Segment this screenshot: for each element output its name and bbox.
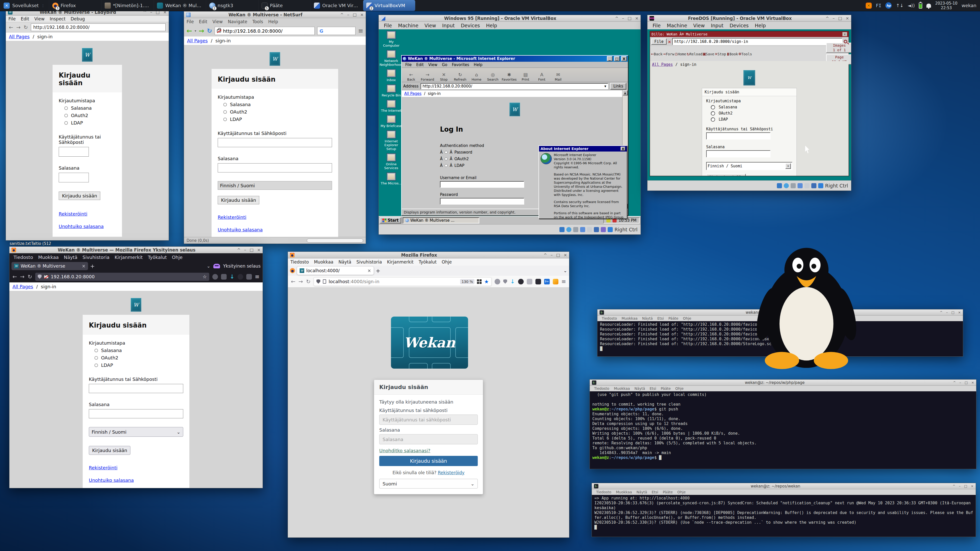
menu-item[interactable]: View [210,19,225,25]
desktop-icon-taltio[interactable]: Taltio (512 [31,241,51,246]
notification-bell-icon[interactable] [926,3,931,8]
menu-item[interactable]: Edit [414,62,426,67]
radio-oauth2[interactable] [64,114,68,118]
password-input[interactable] [59,173,89,183]
toolbar-button[interactable]: ▤Print [517,72,533,81]
radio-ldap[interactable] [64,121,68,125]
maximize-button[interactable]: □ [628,16,632,21]
close-button[interactable]: × [360,12,364,17]
url-input[interactable]: http://192.168.0.20:8000/ [215,27,315,35]
radio-oauth2[interactable] [711,111,715,116]
breadcrumb-all-pages-link[interactable]: All Pages [13,284,33,289]
close-button[interactable]: × [971,381,974,384]
minimize-button[interactable]: _ [607,56,612,61]
toolbar-button[interactable]: AFont [534,72,550,81]
back-icon[interactable]: ← [291,279,296,285]
username-input[interactable]: Käyttäjätunnus tai sähköposti [379,414,478,425]
radio-password[interactable] [445,151,448,154]
menu-item[interactable]: Sivuhistoria [354,259,385,265]
close-button[interactable]: x [842,32,847,36]
menu-item[interactable]: File [650,22,663,29]
toolbar-button[interactable]: ⌂Home [469,72,484,81]
breadcrumb-all-pages-link[interactable]: All Pages [187,38,208,43]
minimize-button[interactable]: – [550,252,552,257]
shade-button[interactable]: ^ [940,310,942,314]
forgot-password-link[interactable]: Unohditko salasanasi? [379,448,430,453]
menu-item[interactable]: Help [484,22,500,29]
shield-extension-icon[interactable] [221,274,227,279]
shade-button[interactable]: ^ [544,252,547,257]
highlighter-extension-icon[interactable] [553,279,558,284]
extension-icon[interactable] [238,274,243,279]
url-input[interactable]: http://192.168.0.20:8000/ [31,24,165,31]
vbox-titlebar[interactable]: DOS FreeDOS [Running] - Oracle VM Virtua… [648,15,851,22]
taskbar-ie-button[interactable]: WeKan ® Multiverse ... [403,218,479,224]
close-button[interactable]: × [257,248,261,252]
shield-extension-icon[interactable] [503,279,507,284]
menu-item[interactable]: Help [472,62,484,67]
hamburger-menu-icon[interactable]: ≡ [562,278,566,285]
taskbar-window-button[interactable]: nsgtk32 [206,0,258,11]
menu-item[interactable]: Ohje [673,386,686,391]
scroll-up-icon[interactable]: ▲ [623,90,628,95]
select-dropdown-icon[interactable]: ▾ [785,163,791,169]
taskbar-window-button[interactable]: WeKan ® Multiverse - L... [154,0,206,11]
radio-ldap[interactable] [223,118,227,121]
radio-oauth2[interactable] [223,110,227,114]
password-input[interactable] [218,163,332,172]
menu-item[interactable]: Input [708,22,726,29]
maximize-button[interactable]: □ [556,252,560,257]
minimize-button[interactable]: – [622,16,624,21]
signin-button[interactable]: Kirjaudu sisään [89,446,130,455]
puzzle-extension-icon[interactable] [535,279,541,284]
menu-item[interactable]: Debug [68,16,88,22]
menu-item[interactable]: Machine [396,22,421,29]
register-link[interactable]: Rekisteröinti [59,211,116,217]
reload-icon[interactable]: ↻ [207,27,212,35]
menu-item[interactable]: Pääte [659,386,673,391]
address-input[interactable]: http://192.168.0.20:8000/▾ [421,83,608,89]
menu-item[interactable]: Etsi [648,386,659,391]
menu-item[interactable]: Ohje [681,316,694,321]
desktop-icon[interactable]: The Internet [380,100,402,113]
signin-button[interactable]: Kirjaudu sisään [706,174,746,176]
toolbar-button[interactable]: →Forw [663,51,675,56]
maximize-button[interactable]: □ [614,56,620,61]
radio-oauth2[interactable] [94,356,98,360]
close-button[interactable]: × [564,252,567,257]
menu-item[interactable]: Näytä [336,259,354,265]
password-input[interactable]: Salasana [379,434,478,445]
ublock-badge-icon[interactable]: 9+ [544,279,550,284]
maximize-button[interactable]: □ [964,484,967,488]
back-icon[interactable]: ← [13,274,17,280]
menu-item[interactable]: File [6,16,18,22]
radio-ldap[interactable] [445,164,448,167]
tab-close-icon[interactable]: × [82,264,86,268]
shade-button[interactable]: ^ [953,381,956,384]
minimize-button[interactable]: – [959,484,961,488]
username-input[interactable] [59,147,89,157]
menu-item[interactable]: Muokkaa [35,254,61,260]
toolbar-button[interactable]: ✉Mail [550,72,566,81]
toolbar-button[interactable]: ▮Book [727,51,738,56]
taskbar-window-button[interactable]: *[Nimetön]-1.0 (RGB-vä... [101,0,154,11]
url-bar[interactable]: 192.168.0.20:8000 ☆ [35,273,209,281]
reload-icon[interactable]: ↻ [27,274,32,280]
tab-wekan[interactable]: W WeKan ® Multiverse × [11,262,88,270]
minimize-button[interactable]: – [244,248,246,252]
menu-item[interactable]: Näytä [61,254,80,260]
hamburger-menu-icon[interactable]: ≡ [358,27,363,35]
menu-item[interactable]: Näytä [640,316,655,321]
tab-close-icon[interactable]: × [368,268,371,273]
hamburger-menu-icon[interactable]: ≡ [255,273,259,280]
forward-icon[interactable]: → [299,279,303,285]
close-button[interactable]: X [621,56,627,61]
register-link[interactable]: Rekisteröinti [89,465,183,470]
minimize-button[interactable]: – [347,12,349,17]
menu-item[interactable]: File [184,19,196,25]
forward-icon[interactable]: → [199,27,204,35]
list-tabs-icon[interactable]: ⌄ [563,268,567,273]
minimize-button[interactable]: – [832,16,835,21]
desktop-icon[interactable]: Inbox [380,69,402,82]
radio-ldap[interactable] [94,364,98,367]
